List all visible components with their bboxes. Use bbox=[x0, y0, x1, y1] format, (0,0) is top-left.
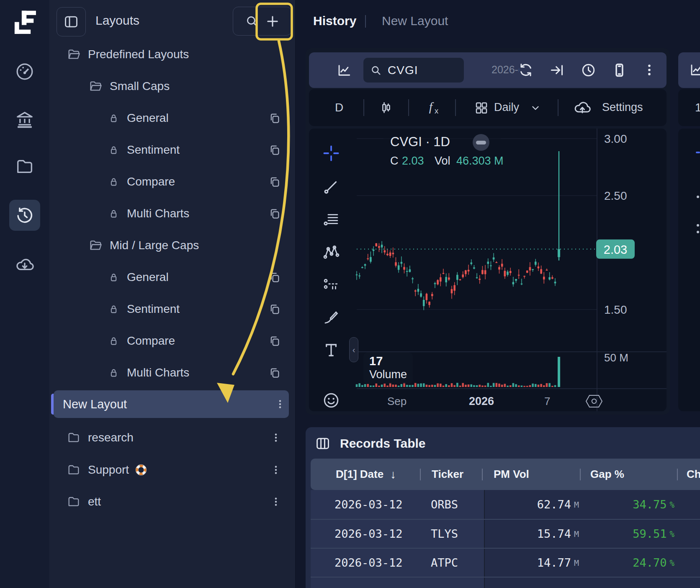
brush-icon[interactable] bbox=[322, 309, 340, 326]
tree-item-label: Compare bbox=[127, 334, 175, 348]
column-header-ch[interactable]: Ch bbox=[687, 459, 700, 490]
chevron-down-icon[interactable] bbox=[530, 103, 541, 113]
kebab-menu-icon[interactable] bbox=[275, 399, 286, 410]
emoji-tool-icon[interactable] bbox=[322, 392, 340, 409]
breadcrumb-section[interactable]: History bbox=[313, 14, 356, 28]
time-axis-label[interactable]: Sep bbox=[387, 395, 407, 407]
app-logo[interactable] bbox=[0, 8, 49, 38]
table-row[interactable]: 2026-03-12ATPC14.77M24.70% bbox=[311, 548, 700, 577]
lock-icon bbox=[108, 176, 119, 188]
tree-item-label: General bbox=[127, 111, 169, 125]
bank-icon[interactable] bbox=[0, 110, 49, 129]
tree-item-label: Sentiment bbox=[127, 143, 180, 157]
cloud-download-icon[interactable] bbox=[0, 255, 49, 274]
table-row-partial[interactable] bbox=[311, 577, 700, 588]
time-axis-labels[interactable]: Sep20267 bbox=[387, 395, 550, 407]
selected-layout-label: New Layout bbox=[63, 397, 127, 411]
price-ticks: 3.002.501.50 bbox=[604, 132, 627, 316]
header-separator[interactable] bbox=[580, 469, 581, 480]
sidebar-folder-research[interactable]: research bbox=[49, 424, 313, 451]
chart-type-icon[interactable] bbox=[337, 63, 352, 78]
sort-descending-icon[interactable]: ↓ bbox=[390, 468, 396, 481]
price-tick-label: 3.00 bbox=[604, 132, 627, 145]
trend-line-icon[interactable] bbox=[322, 178, 340, 196]
copy-icon[interactable] bbox=[268, 303, 281, 315]
date-field[interactable]: 2026-( bbox=[492, 64, 519, 76]
crosshair-icon bbox=[696, 152, 700, 153]
column-header-ticker[interactable]: Ticker bbox=[432, 459, 463, 490]
cell-date: 2026-03-12 bbox=[311, 549, 420, 577]
kebab-menu-icon[interactable] bbox=[270, 464, 281, 475]
toolbar-collapse-handle[interactable]: ‹ bbox=[349, 337, 358, 362]
second-chart-body[interactable] bbox=[678, 129, 700, 411]
legend-values: C 2.03 Vol 46.303 M bbox=[390, 155, 504, 167]
tree-folder-mid-large-caps[interactable]: Mid / Large Caps bbox=[49, 230, 335, 261]
fib-retracement-icon[interactable] bbox=[322, 211, 340, 228]
breadcrumb-divider bbox=[365, 15, 366, 28]
column-header-date[interactable]: D[1] Date ↓ bbox=[336, 459, 396, 490]
table-row[interactable]: 2026-03-12TLYS15.74M59.51% bbox=[311, 519, 700, 548]
volume-pane-label[interactable]: Volume bbox=[369, 368, 407, 381]
add-layout-button[interactable] bbox=[265, 14, 280, 29]
header-separator[interactable] bbox=[482, 469, 483, 480]
copy-icon[interactable] bbox=[268, 144, 281, 156]
mobile-sync-icon[interactable] bbox=[612, 62, 627, 78]
lock-icon bbox=[108, 272, 119, 283]
history-icon[interactable] bbox=[0, 206, 49, 224]
folder-icon bbox=[67, 431, 80, 444]
toolbar-separator bbox=[408, 99, 409, 116]
timeframe-label[interactable]: 1 bbox=[695, 101, 700, 114]
projection-tool-icon[interactable] bbox=[322, 276, 340, 294]
dashboard-gauge-icon[interactable] bbox=[0, 62, 49, 81]
records-table-title: Records Table bbox=[340, 436, 426, 451]
sidebar-folder-ett[interactable]: ett bbox=[49, 488, 313, 516]
copy-icon[interactable] bbox=[268, 335, 281, 347]
candlestick-style-icon[interactable] bbox=[378, 100, 394, 115]
crosshair-icon[interactable] bbox=[322, 144, 340, 162]
tool-icon-fragment bbox=[697, 224, 699, 227]
price-tick-label: 1.50 bbox=[604, 303, 627, 316]
sidebar-toggle-button[interactable] bbox=[57, 7, 86, 36]
symbol-search-input[interactable]: CVGI bbox=[363, 58, 464, 83]
column-header-gap[interactable]: Gap % bbox=[590, 459, 624, 490]
indicators-fx-icon[interactable]: f x bbox=[425, 98, 443, 116]
copy-icon[interactable] bbox=[268, 207, 281, 220]
price-chart[interactable]: 3.002.501.50 50 M 2.03 CVGI · 1D C 2.03 … bbox=[309, 129, 667, 411]
folder-rail-icon[interactable] bbox=[0, 157, 49, 176]
tree-item-label: Multi Charts bbox=[127, 207, 189, 220]
copy-icon[interactable] bbox=[268, 271, 281, 284]
tree-item-label: Compare bbox=[127, 175, 175, 188]
chart-type-icon[interactable] bbox=[689, 62, 700, 77]
clock-icon[interactable] bbox=[581, 62, 596, 78]
tree-folder-predefined-layouts[interactable]: Predefined Layouts bbox=[49, 39, 313, 70]
copy-icon[interactable] bbox=[268, 366, 281, 379]
kebab-menu-icon[interactable] bbox=[270, 496, 281, 507]
header-separator[interactable] bbox=[677, 469, 678, 480]
column-header-pmvol[interactable]: PM Vol bbox=[494, 459, 529, 490]
timeframe-button[interactable]: D bbox=[335, 101, 343, 114]
sidebar-item-new-layout[interactable]: New Layout bbox=[54, 390, 289, 418]
settings-button[interactable]: Settings bbox=[602, 101, 643, 114]
sidebar-folder-support[interactable]: Support bbox=[49, 456, 313, 484]
xabcd-pattern-icon[interactable] bbox=[322, 243, 340, 261]
search-icon[interactable] bbox=[245, 14, 259, 28]
copy-icon[interactable] bbox=[268, 175, 281, 188]
refresh-icon[interactable] bbox=[518, 62, 534, 78]
lifebuoy-icon bbox=[129, 464, 147, 476]
more-options-icon[interactable] bbox=[642, 63, 656, 77]
text-tool-icon[interactable] bbox=[322, 341, 340, 359]
interval-label[interactable]: Daily bbox=[494, 101, 519, 114]
kebab-menu-icon[interactable] bbox=[270, 432, 281, 443]
header-separator[interactable] bbox=[420, 469, 421, 480]
chart-body[interactable]: 3.002.501.50 50 M 2.03 CVGI · 1D C 2.03 … bbox=[309, 129, 667, 411]
table-row[interactable]: 2026-03-12ORBS62.74M34.75% bbox=[311, 490, 700, 519]
time-axis-label[interactable]: 2026 bbox=[469, 395, 494, 407]
tree-folder-small-caps[interactable]: Small Caps bbox=[49, 70, 335, 102]
axis-settings-gear-icon[interactable] bbox=[586, 395, 602, 407]
layout-grid-icon[interactable] bbox=[474, 100, 489, 115]
tree-item-label: Small Caps bbox=[110, 80, 170, 93]
skip-to-end-icon[interactable] bbox=[549, 62, 565, 78]
cloud-upload-icon[interactable] bbox=[573, 98, 592, 117]
time-axis-label[interactable]: 7 bbox=[544, 395, 550, 407]
copy-icon[interactable] bbox=[268, 112, 281, 124]
